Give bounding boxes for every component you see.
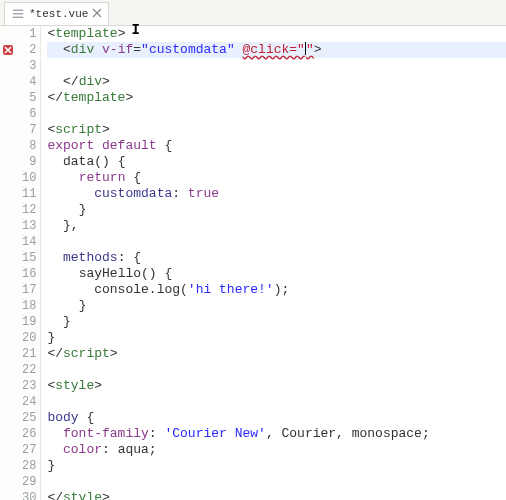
code-line[interactable]: methods: { (47, 250, 506, 266)
code-line[interactable]: </template> (47, 90, 506, 106)
svg-rect-2 (13, 17, 24, 18)
code-line[interactable] (47, 394, 506, 410)
tab-filename: *test.vue (29, 8, 88, 20)
svg-rect-1 (13, 13, 24, 14)
code-line[interactable]: } (47, 330, 506, 346)
syntax-error: @click=" (243, 42, 305, 57)
editor-tab[interactable]: *test.vue (4, 2, 109, 25)
code-line[interactable]: data() { (47, 154, 506, 170)
code-line[interactable]: console.log('hi there!'); (47, 282, 506, 298)
close-icon[interactable] (92, 8, 102, 21)
code-line[interactable]: } (47, 458, 506, 474)
code-line[interactable]: <template>I (47, 26, 506, 42)
code-line[interactable]: </script> (47, 346, 506, 362)
error-marker-icon (0, 42, 16, 58)
code-line[interactable] (47, 362, 506, 378)
code-line[interactable]: export default { (47, 138, 506, 154)
code-line[interactable] (47, 474, 506, 490)
code-line[interactable]: } (47, 298, 506, 314)
svg-rect-0 (13, 10, 24, 11)
marker-column (0, 26, 16, 500)
code-line[interactable]: }, (47, 218, 506, 234)
code-line[interactable]: sayHello() { (47, 266, 506, 282)
code-line[interactable] (47, 106, 506, 122)
code-line[interactable]: } (47, 314, 506, 330)
line-number-gutter: 1 2 3 4 5 6 7 8 9 10 11 12 13 14 15 16 1… (16, 26, 41, 500)
code-line[interactable]: <div v-if="customdata" @click=""> (47, 42, 506, 58)
code-line[interactable]: body { (47, 410, 506, 426)
code-line[interactable]: color: aqua; (47, 442, 506, 458)
text-cursor-icon: I (131, 22, 139, 38)
code-area[interactable]: <template>I <div v-if="customdata" @clic… (41, 26, 506, 500)
code-line[interactable]: </style> (47, 490, 506, 500)
code-line[interactable]: } (47, 202, 506, 218)
code-editor[interactable]: 1 2 3 4 5 6 7 8 9 10 11 12 13 14 15 16 1… (0, 26, 506, 500)
code-line[interactable]: return { (47, 170, 506, 186)
code-line[interactable] (47, 58, 506, 74)
code-line[interactable]: <script> (47, 122, 506, 138)
file-lines-icon (11, 7, 25, 21)
code-line[interactable] (47, 234, 506, 250)
code-line[interactable]: customdata: true (47, 186, 506, 202)
code-line[interactable]: <style> (47, 378, 506, 394)
tab-bar: *test.vue (0, 0, 506, 26)
code-line[interactable]: </div> (47, 74, 506, 90)
code-line[interactable]: font-family: 'Courier New', Courier, mon… (47, 426, 506, 442)
